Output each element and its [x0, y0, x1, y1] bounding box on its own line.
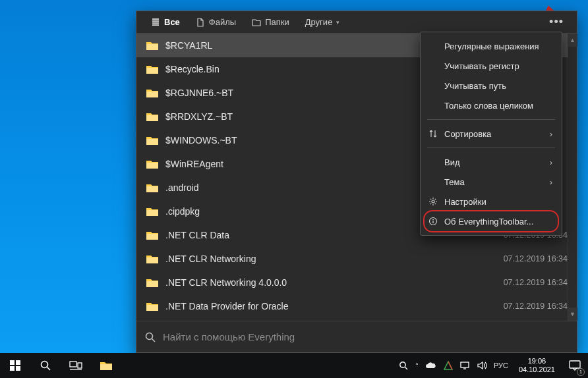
folder-icon	[146, 88, 159, 98]
more-options-button[interactable]: •••	[543, 13, 570, 32]
folder-icon	[146, 111, 159, 122]
menu-about[interactable]: Об EverythingToolbar...	[421, 211, 562, 231]
results-scrollbar[interactable]: ▲ ▼	[568, 34, 577, 321]
scroll-up-button[interactable]: ▲	[568, 34, 577, 47]
folder-icon	[146, 135, 159, 146]
folder-icon	[100, 360, 113, 371]
clock-time: 19:06	[519, 357, 555, 365]
tab-files-label: Файлы	[209, 17, 236, 27]
menu-match-case[interactable]: Учитывать регистр	[421, 56, 562, 76]
folder-icon	[146, 206, 159, 217]
result-name: .NET CLR Networking 4.0.0.0	[165, 277, 287, 288]
menu-match-path[interactable]: Учитывать путь	[421, 76, 562, 95]
svg-point-28	[400, 362, 405, 367]
action-center-button[interactable]: 1	[562, 353, 588, 378]
taskbar-explorer-button[interactable]	[91, 353, 121, 378]
result-name: .android	[165, 182, 199, 193]
folder-icon	[146, 64, 159, 74]
tab-folders[interactable]: Папки	[244, 13, 297, 31]
tab-other[interactable]: Другие ▾	[297, 13, 348, 31]
svg-rect-10	[146, 281, 158, 287]
folder-icon	[146, 182, 159, 193]
result-date: 07.12.2019 16:34	[504, 278, 568, 287]
language-indicator[interactable]: РУС	[494, 362, 508, 369]
svg-point-14	[432, 219, 434, 220]
task-view-icon	[69, 361, 82, 370]
folder-icon	[146, 230, 159, 240]
result-row[interactable]: .NET CLR Networking07.12.2019 16:34	[136, 247, 577, 271]
search-icon	[40, 360, 51, 371]
tray-chevron-up-icon[interactable]: ˄	[415, 362, 419, 369]
result-name: $WINDOWS.~BT	[165, 135, 237, 146]
tab-all-label: Все	[164, 17, 180, 27]
chevron-right-icon: ›	[550, 177, 552, 187]
scroll-down-button[interactable]: ▼	[568, 308, 577, 321]
tab-files[interactable]: Файлы	[188, 13, 244, 31]
folder-outline-icon	[252, 18, 261, 27]
menu-separator	[427, 119, 555, 120]
taskbar-search-button[interactable]	[30, 353, 61, 378]
svg-rect-32	[570, 361, 580, 368]
svg-point-16	[146, 333, 153, 339]
options-menu: Регулярные выражения Учитывать регистр У…	[420, 32, 562, 236]
windows-taskbar: ˄ РУС 19:06 04.10.2021 1	[0, 353, 588, 378]
sort-icon	[427, 129, 439, 138]
svg-rect-6	[146, 186, 158, 192]
result-row[interactable]: .NET CLR Networking 4.0.0.007.12.2019 16…	[136, 271, 577, 294]
task-view-button[interactable]	[61, 353, 91, 378]
svg-rect-2	[146, 92, 158, 97]
chevron-right-icon: ›	[550, 129, 552, 139]
menu-regex[interactable]: Регулярные выражения	[421, 36, 562, 56]
svg-rect-20	[10, 366, 15, 371]
tray-search-icon[interactable]	[399, 361, 409, 371]
svg-line-17	[152, 338, 156, 342]
result-name: $RRDXLYZ.~BT	[165, 111, 233, 122]
info-icon	[427, 217, 439, 226]
notification-badge: 1	[577, 368, 585, 376]
file-icon	[196, 18, 205, 27]
result-date: 07.12.2019 16:34	[504, 254, 568, 263]
everything-panel: Все Файлы Папки Другие ▾ ••• $RCYA1RL$Re…	[136, 11, 577, 353]
result-name: $RCYA1RL	[165, 40, 212, 51]
result-date: 07.12.2019 16:34	[504, 302, 568, 311]
svg-rect-15	[432, 221, 433, 223]
search-input[interactable]	[163, 331, 569, 342]
menu-view[interactable]: Вид›	[421, 152, 562, 172]
svg-rect-24	[70, 362, 76, 367]
svg-rect-8	[146, 234, 158, 240]
tray-app-icon[interactable]	[444, 361, 453, 370]
list-icon	[151, 18, 160, 27]
taskbar-clock[interactable]: 19:06 04.10.2021	[512, 357, 562, 373]
folder-icon	[146, 254, 159, 264]
menu-settings[interactable]: Настройки	[421, 192, 562, 211]
folder-icon	[146, 40, 159, 51]
result-name: .NET Data Provider for Oracle	[165, 301, 288, 311]
menu-whole-words[interactable]: Только слова целиком	[421, 95, 562, 115]
result-name: $WinREAgent	[165, 159, 223, 169]
result-row[interactable]: .NET Data Provider for Oracle07.12.2019 …	[136, 294, 577, 318]
network-icon[interactable]	[459, 361, 470, 370]
svg-rect-0	[146, 44, 158, 50]
tab-all[interactable]: Все	[143, 13, 188, 31]
search-bar	[136, 321, 577, 352]
result-name: $Recycle.Bin	[165, 64, 220, 74]
svg-rect-19	[16, 360, 20, 365]
svg-rect-27	[100, 364, 112, 370]
filter-tabs: Все Файлы Папки Другие ▾ •••	[136, 11, 577, 34]
svg-point-12	[432, 200, 434, 203]
menu-theme[interactable]: Тема›	[421, 172, 562, 192]
menu-sort[interactable]: Сортировка ›	[421, 124, 562, 144]
system-tray: ˄ РУС	[395, 361, 512, 371]
windows-icon	[10, 360, 20, 371]
result-name: $RGJNNE6.~BT	[165, 88, 233, 98]
onedrive-icon[interactable]	[425, 362, 437, 369]
ellipsis-icon: •••	[549, 15, 564, 28]
volume-icon[interactable]	[477, 361, 487, 370]
tab-folders-label: Папки	[265, 17, 289, 27]
svg-rect-25	[78, 363, 82, 368]
folder-icon	[146, 159, 159, 169]
start-button[interactable]	[0, 353, 30, 378]
svg-rect-9	[146, 257, 158, 263]
svg-rect-4	[146, 139, 158, 145]
result-name: .NET CLR Networking	[165, 254, 256, 264]
